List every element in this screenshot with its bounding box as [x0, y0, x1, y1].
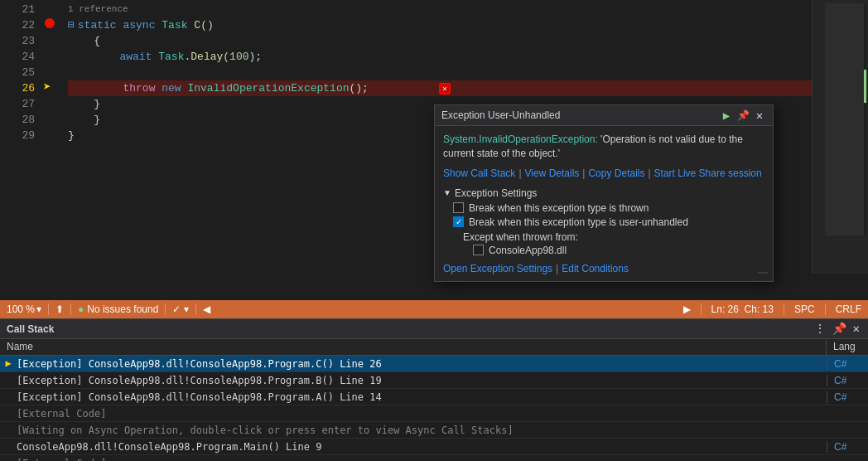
code-line-22: ⊟ static async Task C() [68, 17, 868, 33]
exception-icon[interactable]: ✕ [439, 83, 451, 95]
ch-value: Ch: 13 [745, 303, 774, 315]
current-line-arrow: ➤ [43, 79, 51, 95]
checkbox-2[interactable]: ✓ [453, 216, 464, 227]
popup-controls: ▶ 📌 ✕ [720, 109, 766, 122]
status-no-issues[interactable]: ● No issues found [78, 303, 158, 315]
row-current-icon: ▶ [0, 357, 17, 370]
dll-checkbox-row: ConsoleApp98.dll [473, 245, 764, 256]
status-git[interactable]: ⬆ [55, 303, 64, 315]
popup-pin-button[interactable]: 📌 [736, 109, 750, 122]
status-right: ▶ Ln: 26 Ch: 13 SPC CRLF [683, 303, 861, 315]
status-zoom[interactable]: 100 % ▾ [7, 303, 41, 315]
ln-value: Ln: 26 [711, 303, 739, 315]
exception-popup: Exception User-Unhandled ▶ 📌 ✕ System.In… [434, 104, 774, 282]
right-panel [812, 0, 868, 274]
open-exception-settings-link[interactable]: Open Exception Settings [443, 263, 552, 274]
play-button[interactable]: ▶ [683, 303, 691, 315]
panel-controls: ⋮ 📌 ✕ [813, 322, 861, 336]
checkbox-1-label: Break when this exception type is thrown [469, 202, 649, 214]
nav-prev-icon[interactable]: ◀ [203, 303, 210, 315]
settings-header[interactable]: ▼ Exception Settings [443, 187, 764, 199]
popup-close-button[interactable]: ✕ [753, 109, 766, 122]
zoom-level: 100 % [7, 303, 35, 315]
copy-details-link[interactable]: Copy Details [588, 167, 644, 179]
view-details-link[interactable]: View Details [525, 167, 580, 179]
checkbox-row-2: ✓ Break when this exception type is user… [453, 216, 764, 228]
row-lang-2: C# [827, 375, 868, 386]
minimap [825, 3, 866, 235]
dll-label: ConsoleApp98.dll [489, 245, 567, 256]
row-name-2: [Exception] ConsoleApp98.dll!ConsoleApp9… [17, 375, 827, 386]
checkbox-row-1: Break when this exception type is thrown [453, 202, 764, 214]
divider4 [195, 303, 196, 315]
divider3 [165, 303, 166, 315]
row-name-3: [Exception] ConsoleApp98.dll!ConsoleApp9… [17, 391, 827, 403]
table-row[interactable]: [Exception] ConsoleApp98.dll!ConsoleApp9… [0, 372, 868, 389]
row-lang-1: C# [827, 358, 868, 370]
status-checkmark[interactable]: ✓ ▾ [172, 303, 189, 315]
row-name-1: [Exception] ConsoleApp98.dll!ConsoleApp9… [17, 358, 827, 370]
line-numbers: 21 22 23 24 25 26 27 28 29 [0, 0, 41, 274]
code-line-24: await Task.Delay(100); [68, 49, 868, 65]
table-row[interactable]: [Exception] ConsoleApp98.dll!ConsoleApp9… [0, 389, 868, 405]
row-lang-3: C# [827, 391, 868, 403]
dll-checkbox[interactable] [473, 245, 484, 255]
table-rows: ▶ [Exception] ConsoleApp98.dll!ConsoleAp… [0, 356, 868, 461]
col-name: Name [0, 339, 827, 355]
callstack-table: Name Lang ▶ [Exception] ConsoleApp98.dll… [0, 339, 868, 461]
show-call-stack-link[interactable]: Show Call Stack [443, 167, 515, 179]
open-settings-row: Open Exception Settings | Edit Condition… [443, 263, 764, 274]
zoom-dropdown-icon: ▾ [36, 303, 41, 315]
checkmark-dropdown: ▾ [184, 303, 189, 315]
check-icon: ● [78, 303, 84, 315]
check-mark: ✓ [456, 217, 462, 226]
code-line-25 [68, 65, 868, 80]
callstack-panel: Call Stack ⋮ 📌 ✕ Name Lang ▶ [Exception]… [0, 318, 868, 461]
exception-type: System.InvalidOperationException: [443, 133, 598, 145]
table-row[interactable]: [External Code] [0, 455, 868, 461]
row-name-6: ConsoleApp98.dll!ConsoleApp98.Program.Ma… [17, 441, 827, 453]
code-line-26: throw new InvalidOperationException(); [68, 80, 868, 96]
popup-links: Show Call Stack | View Details | Copy De… [443, 167, 764, 179]
checkbox-2-label: Break when this exception type is user-u… [469, 216, 688, 228]
exception-message: System.InvalidOperationException: 'Opera… [443, 133, 764, 161]
divider [48, 303, 49, 315]
code-line-21: 1 reference [68, 2, 868, 17]
except-when-label: Except when thrown from: [463, 231, 764, 243]
panel-close-button[interactable]: ✕ [851, 322, 861, 336]
breakpoint-dot [45, 18, 55, 28]
settings-header-label: Exception Settings [455, 187, 537, 199]
divider2 [70, 303, 71, 315]
edit-conditions-link[interactable]: Edit Conditions [562, 263, 629, 274]
table-header: Name Lang [0, 339, 868, 356]
table-row[interactable]: [Waiting on Async Operation, double-clic… [0, 422, 868, 439]
popup-run-button[interactable]: ▶ [720, 109, 733, 122]
triangle-icon: ▼ [443, 188, 451, 197]
table-row[interactable]: ConsoleApp98.dll!ConsoleApp98.Program.Ma… [0, 439, 868, 455]
panel-title: Call Stack [7, 323, 54, 335]
row-lang-6: C# [827, 441, 868, 453]
popup-body: System.InvalidOperationException: 'Opera… [435, 126, 773, 281]
panel-header: Call Stack ⋮ 📌 ✕ [0, 319, 868, 339]
panel-pin-button[interactable]: 📌 [831, 322, 848, 336]
editor-gutter: ➤ [41, 0, 61, 274]
checkbox-1[interactable] [453, 202, 464, 213]
row-name-4: [External Code] [17, 408, 827, 420]
col-lang: Lang [827, 339, 868, 355]
start-live-share-link[interactable]: Start Live Share session [654, 167, 762, 179]
no-issues-text: No issues found [87, 303, 158, 315]
popup-header: Exception User-Unhandled ▶ 📌 ✕ [435, 105, 773, 126]
table-row[interactable]: [External Code] [0, 405, 868, 422]
spc-status[interactable]: SPC [794, 303, 815, 315]
checkmark-icon: ✓ [172, 303, 181, 315]
code-line-23: { [68, 33, 868, 49]
exception-settings: ▼ Exception Settings Break when this exc… [443, 187, 764, 274]
resize-handle[interactable]: ⋯⋯ [758, 268, 768, 278]
status-nav: ◀ [203, 303, 210, 315]
panel-menu-button[interactable]: ⋮ [813, 322, 827, 336]
table-row[interactable]: ▶ [Exception] ConsoleApp98.dll!ConsoleAp… [0, 356, 868, 372]
ln-ch: Ln: 26 Ch: 13 [711, 303, 774, 315]
status-bar: 100 % ▾ ⬆ ● No issues found ✓ ▾ ◀ ▶ Ln: … [0, 300, 868, 318]
crlf-status[interactable]: CRLF [836, 303, 861, 315]
row-name-5: [Waiting on Async Operation, double-clic… [17, 425, 827, 436]
